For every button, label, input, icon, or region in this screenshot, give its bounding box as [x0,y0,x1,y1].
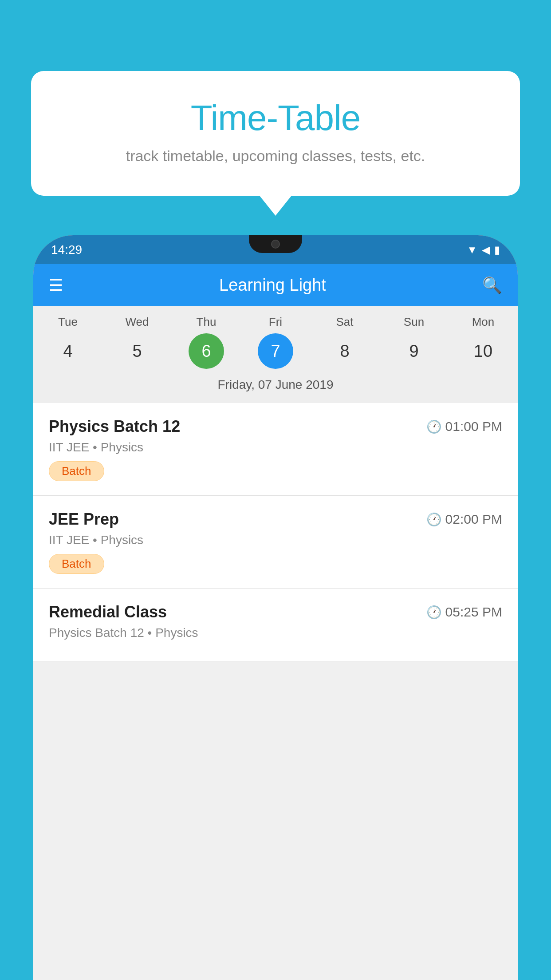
date-8[interactable]: 8 [327,333,362,369]
calendar-strip: Tue Wed Thu Fri Sat Sun Mon 4 5 6 7 8 9 … [33,306,518,403]
clock-icon-2: 🕐 [426,512,442,527]
day-sat: Sat [314,315,376,329]
day-numbers: 4 5 6 7 8 9 10 [33,333,518,369]
item-1-title: Physics Batch 12 [49,417,180,436]
item-2-title: JEE Prep [49,510,119,529]
item-2-header: JEE Prep 🕐 02:00 PM [49,510,502,529]
status-time: 14:29 [51,243,82,257]
schedule-item-2[interactable]: JEE Prep 🕐 02:00 PM IIT JEE • Physics Ba… [33,496,518,589]
camera [271,240,280,249]
schedule-item-3[interactable]: Remedial Class 🕐 05:25 PM Physics Batch … [33,589,518,661]
item-1-badge: Batch [49,461,104,481]
clock-icon-1: 🕐 [426,419,442,434]
phone-frame: 14:29 ▼ ◀ ▮ ☰ Learning Light 🔍 Tue Wed T… [33,235,518,980]
item-3-subtitle: Physics Batch 12 • Physics [49,626,502,640]
item-3-header: Remedial Class 🕐 05:25 PM [49,603,502,621]
item-1-time: 🕐 01:00 PM [426,419,502,434]
day-thu: Thu [175,315,237,329]
schedule-list: Physics Batch 12 🕐 01:00 PM IIT JEE • Ph… [33,403,518,661]
date-6-today[interactable]: 6 [189,333,224,369]
wifi-icon: ▼ [467,244,477,256]
app-title: Learning Light [219,276,326,295]
selected-date-label: Friday, 07 June 2019 [33,375,518,399]
date-9[interactable]: 9 [396,333,432,369]
search-icon[interactable]: 🔍 [482,276,502,295]
date-10[interactable]: 10 [465,333,501,369]
menu-icon[interactable]: ☰ [49,276,63,295]
date-7-selected[interactable]: 7 [258,333,293,369]
clock-icon-3: 🕐 [426,605,442,620]
tooltip-subtitle: track timetable, upcoming classes, tests… [53,147,498,165]
item-3-time: 🕐 05:25 PM [426,605,502,620]
tooltip-title: Time-Table [53,98,498,138]
day-sun: Sun [383,315,445,329]
schedule-item-1[interactable]: Physics Batch 12 🕐 01:00 PM IIT JEE • Ph… [33,403,518,496]
app-top-bar: ☰ Learning Light 🔍 [33,264,518,306]
day-tue: Tue [37,315,99,329]
date-4[interactable]: 4 [50,333,86,369]
item-2-badge: Batch [49,554,104,574]
notch [249,235,302,253]
status-bar: 14:29 ▼ ◀ ▮ [33,235,518,264]
item-3-title: Remedial Class [49,603,167,621]
tooltip-card: Time-Table track timetable, upcoming cla… [31,71,520,196]
date-5[interactable]: 5 [119,333,155,369]
battery-icon: ▮ [494,244,500,256]
day-headers: Tue Wed Thu Fri Sat Sun Mon [33,315,518,329]
day-mon: Mon [452,315,514,329]
item-1-subtitle: IIT JEE • Physics [49,440,502,454]
item-2-time: 🕐 02:00 PM [426,512,502,527]
day-fri: Fri [244,315,307,329]
phone-inner: 14:29 ▼ ◀ ▮ ☰ Learning Light 🔍 Tue Wed T… [33,235,518,980]
day-wed: Wed [106,315,168,329]
item-2-subtitle: IIT JEE • Physics [49,533,502,547]
status-icons: ▼ ◀ ▮ [467,244,500,256]
signal-icon: ◀ [482,244,490,256]
item-1-header: Physics Batch 12 🕐 01:00 PM [49,417,502,436]
